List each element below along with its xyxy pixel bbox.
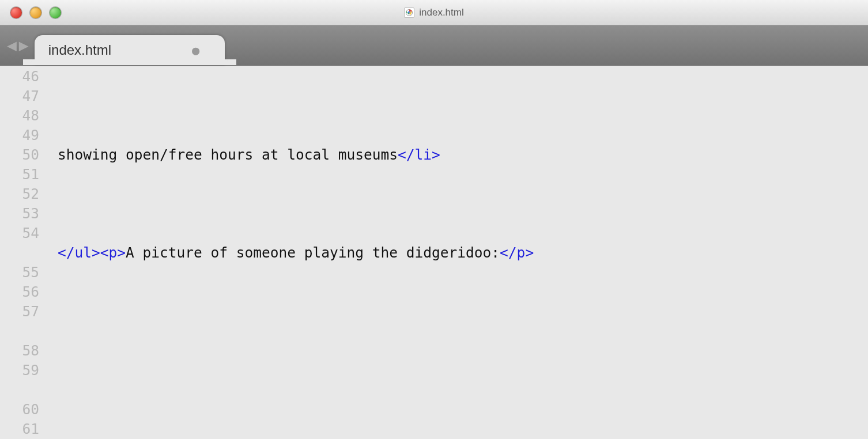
ln: 49 — [0, 126, 50, 145]
code-line: showing open/free hours at local museums… — [50, 145, 868, 165]
line-gutter: 46 47 48 49 50 51 52 53 54 55 56 57 58 5… — [0, 66, 50, 439]
code-line — [50, 341, 868, 361]
chrome-favicon-icon — [404, 7, 414, 18]
ln: 57 — [0, 302, 50, 321]
ln: 46 — [0, 67, 50, 86]
ln: 50 — [0, 145, 50, 165]
window-title-text: index.html — [419, 7, 463, 17]
ln: 47 — [0, 86, 50, 106]
ln: 58 — [0, 341, 50, 361]
ln — [0, 243, 50, 263]
window-title: index.html — [0, 7, 868, 18]
nav-arrows: ◀ ▶ — [7, 36, 29, 55]
ln: 52 — [0, 184, 50, 204]
ln: 48 — [0, 106, 50, 126]
nav-forward-icon[interactable]: ▶ — [19, 36, 29, 55]
ln — [0, 380, 50, 400]
tab-bar: ◀ ▶ index.html ● — [0, 25, 868, 66]
ln: 60 — [0, 400, 50, 419]
ln: 54 — [0, 224, 50, 243]
code-line: </ul><p>A picture of someone playing the… — [50, 243, 868, 263]
tab-label: index.html — [48, 43, 111, 57]
nav-back-icon[interactable]: ◀ — [7, 36, 17, 55]
ln: 53 — [0, 204, 50, 224]
ln: 51 — [0, 165, 50, 184]
ln: 61 — [0, 419, 50, 439]
window-titlebar: index.html — [0, 0, 868, 25]
tab-index-html[interactable]: index.html ● — [35, 35, 225, 65]
ln: 59 — [0, 361, 50, 380]
tab-dirty-icon: ● — [192, 43, 199, 58]
ln — [0, 321, 50, 341]
code-area[interactable]: showing open/free hours at local museums… — [50, 66, 868, 439]
ln: 56 — [0, 282, 50, 302]
ln: 55 — [0, 263, 50, 282]
code-editor[interactable]: 46 47 48 49 50 51 52 53 54 55 56 57 58 5… — [0, 66, 868, 439]
